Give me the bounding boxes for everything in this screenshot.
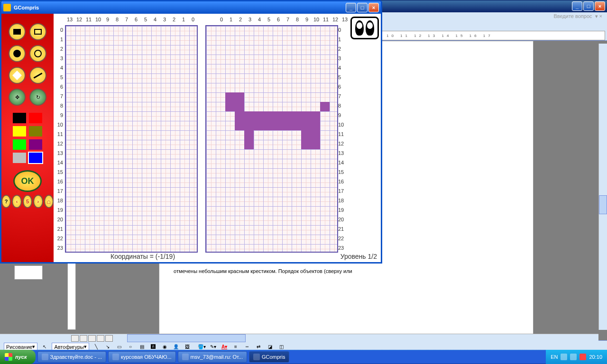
left-axis-labels: 01234567891011121314151617181920212223 [55,25,63,253]
left-drawing-grid[interactable] [65,25,198,253]
color-red[interactable] [29,113,42,123]
penguin-icon [355,20,364,36]
view-outline-button[interactable] [97,335,104,342]
gc-maximize-button[interactable]: □ [357,3,368,12]
gcompris-window: GCompris _ □ × ✥ ↻ [0,0,382,264]
word-maximize-button[interactable]: □ [583,1,594,11]
word-minimize-button[interactable]: _ [572,1,582,11]
tray-icon[interactable] [579,354,586,360]
view-normal-button[interactable] [71,335,79,342]
right-axis-labels: 01234567891011121314151617181920212223 [338,25,346,253]
ok-button[interactable]: OK [13,170,42,192]
level-indicator[interactable]: 5 [23,195,32,208]
horizontal-scrollbar[interactable] [0,334,598,342]
help-button[interactable]: ? [1,195,11,208]
text-line: отмечены небольшим красным крестиком. По… [174,266,519,277]
system-tray[interactable]: EN 20:10 [546,350,607,364]
top-axis-labels: 131211109876543210012345678910111213 [65,17,349,22]
vertical-scrollbar[interactable] [598,44,607,330]
penguin-icon [366,20,374,36]
outline-rect-tool[interactable] [29,23,46,40]
move-tool[interactable]: ✥ [9,89,26,106]
outline-circle-tool[interactable] [29,45,46,62]
language-indicator[interactable]: EN [551,354,558,360]
right-reference-grid [205,25,338,253]
shape-tail [320,102,330,111]
taskbar-item-ie[interactable]: msv_73@mail.ru: От... [178,351,247,363]
view-reading-button[interactable] [105,335,113,342]
taskbar: пуск Здравствуйте.doc - ... курсовая ОБУ… [0,350,607,364]
shape-leg-back [301,130,320,149]
view-web-button[interactable] [80,335,87,342]
color-black[interactable] [13,113,26,123]
taskbar-item-gcompris[interactable]: GCompris [249,351,290,363]
gc-close-button[interactable]: × [368,3,379,12]
color-green[interactable] [13,139,26,150]
shape-head [225,92,244,111]
level-display: Уровень 1/2 [340,253,377,260]
next-level-button[interactable]: › [33,195,43,208]
gc-tool-sidebar: ✥ ↻ OK ? ‹ 5 › ⌂ [1,14,54,262]
coordinates-display: Координаты = (-1/19) [110,253,175,260]
shape-leg-front [244,130,254,149]
tray-icon[interactable] [561,354,567,360]
prev-level-button[interactable]: ‹ [12,195,21,208]
rotate-tool[interactable]: ↻ [29,89,46,106]
color-purple[interactable] [29,139,42,150]
color-gray[interactable] [13,153,26,163]
word-close-button[interactable]: × [595,1,605,11]
gcompris-title: GCompris [14,5,39,10]
penguin-badge [350,17,379,39]
home-button[interactable]: ⌂ [44,195,54,208]
start-button[interactable]: пуск [0,350,36,364]
gc-canvas-area: 131211109876543210012345678910111213 012… [54,14,381,262]
color-yellow[interactable] [13,126,26,136]
filled-circle-tool[interactable] [9,45,26,62]
gc-minimize-button[interactable]: _ [346,3,356,12]
clock[interactable]: 20:10 [589,354,602,360]
document-thumb[interactable] [14,265,43,280]
color-blue-selected[interactable] [29,153,42,163]
eraser-tool[interactable] [9,67,26,84]
tray-icon[interactable] [570,354,577,360]
filled-rect-tool[interactable] [9,23,26,40]
view-print-button[interactable] [88,335,96,342]
taskbar-item-word1[interactable]: Здравствуйте.doc - ... [37,351,107,363]
color-olive[interactable] [29,126,42,136]
taskbar-item-word2[interactable]: курсовая ОБУЧАЮ... [108,351,175,363]
gcompris-icon [3,4,11,11]
color-palette [13,113,42,163]
shape-body [235,111,320,130]
line-tool[interactable] [29,67,46,84]
gcompris-titlebar[interactable]: GCompris _ □ × [1,1,381,14]
windows-logo-icon [5,353,12,361]
